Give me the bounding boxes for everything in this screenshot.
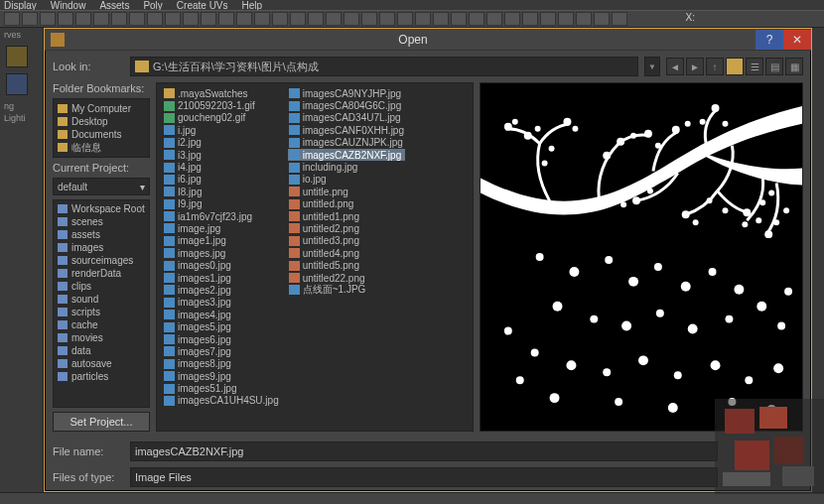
svg-point-66 [784, 288, 792, 296]
lookin-path-field[interactable]: G:\生活百科\学习资料\图片\点构成 [130, 57, 638, 76]
file-item[interactable]: imagesCA1UH4SU.jpg [163, 395, 280, 407]
svg-point-11 [630, 133, 636, 139]
file-item[interactable]: images0.jpg [163, 259, 280, 271]
bookmark-item[interactable]: 临信息 [58, 141, 145, 154]
filetype-combo[interactable]: Image Files [130, 467, 718, 487]
view-thumb-button[interactable]: ▦ [785, 58, 803, 75]
project-tree-node[interactable]: data [58, 344, 145, 357]
lookin-label: Look in: [53, 61, 124, 72]
svg-point-48 [725, 315, 733, 323]
folder-icon [58, 269, 68, 278]
file-item[interactable]: untitled2.png [288, 222, 405, 234]
file-item[interactable]: I9.jpg [163, 198, 280, 210]
file-item[interactable]: untitled1.png [288, 210, 405, 222]
bookmark-item[interactable]: Desktop [58, 115, 145, 128]
project-tree[interactable]: Workspace Rootscenesassetsimagessourceim… [53, 199, 150, 408]
file-item[interactable]: untitled22.png [288, 272, 405, 284]
folder-icon [58, 320, 68, 329]
bookmark-item[interactable]: Documents [58, 128, 145, 141]
nav-back-button[interactable]: ◄ [666, 58, 684, 75]
file-list[interactable]: .mayaSwatches2100592203-1.gifgoucheng02.… [156, 82, 474, 432]
file-item[interactable]: including.jpg [288, 161, 405, 173]
file-item[interactable]: imagesCAZB2NXF.jpg [288, 149, 405, 161]
project-tree-node[interactable]: clips [58, 280, 145, 293]
file-item[interactable]: images6.jpg [163, 333, 280, 345]
folder-icon [58, 359, 68, 368]
file-item[interactable]: images2.jpg [163, 284, 280, 296]
project-tree-node[interactable]: renderData [58, 267, 145, 280]
gif-icon [164, 101, 175, 111]
project-tree-node[interactable]: movies [58, 331, 145, 344]
project-tree-node[interactable]: particles [58, 370, 145, 383]
file-item[interactable]: images3.jpg [163, 297, 280, 309]
file-item[interactable]: images7.jpg [163, 345, 280, 357]
project-tree-node[interactable]: autosave [58, 357, 145, 370]
close-button[interactable]: ✕ [783, 30, 811, 50]
project-tree-node[interactable]: images [58, 241, 145, 254]
file-item[interactable]: imagesCA9NYJHP.jpg [288, 87, 405, 99]
lookin-path-text: G:\生活百科\学习资料\图片\点构成 [153, 60, 319, 74]
lookin-dropdown-button[interactable]: ▼ [644, 57, 660, 76]
bookmark-item[interactable]: My Computer [58, 102, 145, 115]
file-item[interactable]: images1.jpg [163, 272, 280, 284]
file-item[interactable]: 点线面~1.JPG [288, 284, 405, 296]
file-item[interactable]: .mayaSwatches [163, 87, 280, 99]
nav-up-button[interactable]: ↑ [706, 58, 724, 75]
file-item[interactable]: io.jpg [288, 174, 405, 186]
view-list-button[interactable]: ☰ [746, 58, 763, 75]
jpg-icon [164, 384, 175, 394]
file-item[interactable]: image.jpg [163, 222, 280, 234]
project-tree-node[interactable]: sound [58, 293, 145, 306]
file-item[interactable]: imagesCANF0XHH.jpg [288, 124, 405, 136]
file-item[interactable]: i.jpg [163, 124, 280, 136]
help-button[interactable]: ? [755, 30, 783, 50]
project-tree-node[interactable]: scenes [58, 215, 145, 228]
svg-point-45 [621, 321, 631, 331]
folder-icon [58, 372, 68, 381]
new-folder-button[interactable] [726, 58, 744, 75]
file-item[interactable]: untitled3.png [288, 235, 405, 247]
file-item[interactable]: i3.jpg [163, 149, 280, 161]
set-project-button[interactable]: Set Project... [53, 412, 150, 432]
filename-field[interactable]: imagesCAZB2NXF.jpg [130, 441, 718, 461]
project-tree-node[interactable]: scripts [58, 306, 145, 318]
app-icon [51, 33, 65, 47]
file-item[interactable]: i4.jpg [163, 161, 280, 173]
svg-point-58 [773, 363, 783, 373]
svg-point-18 [722, 121, 728, 127]
current-project-combo[interactable]: default ▾ [53, 178, 150, 195]
file-item[interactable]: image1.jpg [163, 235, 280, 247]
png-icon [289, 248, 300, 258]
file-item[interactable]: i6.jpg [163, 174, 280, 186]
svg-point-17 [700, 119, 706, 125]
file-item[interactable]: untitled5.png [288, 259, 405, 271]
project-tree-node[interactable]: Workspace Root [58, 202, 145, 215]
file-item[interactable]: untitled4.png [288, 247, 405, 259]
folder-icon [58, 104, 68, 113]
project-tree-node[interactable]: assets [58, 228, 145, 241]
file-item[interactable]: imagesCA804G6C.jpg [288, 99, 405, 111]
file-item[interactable]: images51.jpg [163, 382, 280, 394]
project-tree-node[interactable]: cache [58, 318, 145, 331]
file-item[interactable]: ia1m6v7cjf23.jpg [163, 210, 280, 222]
file-item[interactable]: untitle.png [288, 186, 405, 197]
png-icon [289, 236, 300, 246]
file-item[interactable]: 2100592203-1.gif [163, 99, 280, 111]
file-item[interactable]: imagesCAD34U7L.jpg [288, 112, 405, 124]
nav-fwd-button[interactable]: ► [686, 58, 704, 75]
file-item[interactable]: images5.jpg [163, 320, 280, 332]
file-item[interactable]: I8.jpg [163, 186, 280, 197]
jpg-icon [289, 150, 300, 160]
view-details-button[interactable]: ▤ [765, 58, 783, 75]
file-item[interactable]: goucheng02.gif [163, 112, 280, 124]
file-item[interactable]: imagesCAUZNJPK.jpg [288, 137, 405, 149]
svg-point-22 [647, 188, 653, 193]
file-item[interactable]: images4.jpg [163, 309, 280, 320]
file-item[interactable]: images.jpg [163, 247, 280, 259]
file-item[interactable]: images9.jpg [163, 370, 280, 382]
file-item[interactable]: images8.jpg [163, 358, 280, 370]
file-item[interactable]: i2.jpg [163, 137, 280, 149]
project-tree-node[interactable]: sourceimages [58, 254, 145, 267]
app-menubar: DisplayWindow AssetsPoly Create UVsHelp [0, 0, 824, 10]
file-item[interactable]: untitled.png [288, 198, 405, 210]
